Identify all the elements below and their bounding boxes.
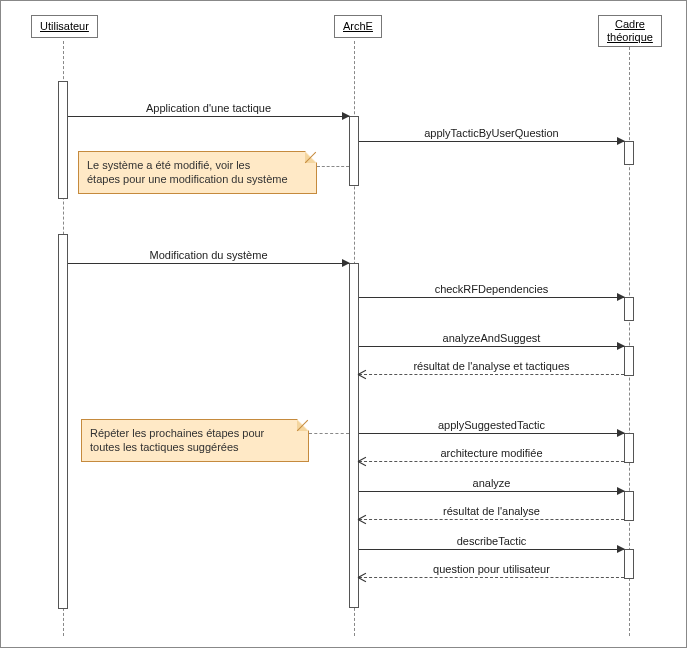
- msg-label: applySuggestedTactic: [359, 419, 624, 431]
- arrow-right-icon: [617, 545, 625, 553]
- msg-label: analyze: [359, 477, 624, 489]
- lifeline-framework: Cadre théorique: [598, 15, 662, 47]
- msg-label: Application d'une tactique: [68, 102, 349, 114]
- activation-arche-2: [349, 263, 359, 608]
- msg-label: question pour utilisateur: [359, 563, 624, 575]
- arrow-right-icon: [342, 112, 350, 120]
- arrow-right-icon: [617, 487, 625, 495]
- lifeline-axis-framework: [629, 47, 630, 636]
- lifeline-arche: ArchE: [334, 15, 382, 38]
- arrow-right-icon: [342, 259, 350, 267]
- note-connector-2: [309, 433, 349, 434]
- activation-framework-3: [624, 346, 634, 376]
- msg-label: analyzeAndSuggest: [359, 332, 624, 344]
- note-system-modified: Le système a été modifié, voir les étape…: [78, 151, 317, 194]
- msg-label: Modification du système: [68, 249, 349, 261]
- sequence-diagram: Utilisateur ArchE Cadre théorique Applic…: [0, 0, 687, 648]
- msg-label: applyTacticByUserQuestion: [359, 127, 624, 139]
- activation-framework-1: [624, 141, 634, 165]
- msg-label: describeTactic: [359, 535, 624, 547]
- activation-framework-6: [624, 549, 634, 579]
- activation-framework-2: [624, 297, 634, 321]
- note-connector-1: [317, 166, 349, 167]
- note-repeat-steps: Répéter les prochaines étapes pour toute…: [81, 419, 309, 462]
- activation-user-2: [58, 234, 68, 609]
- arrow-right-icon: [617, 137, 625, 145]
- activation-arche-1: [349, 116, 359, 186]
- msg-label: checkRFDependencies: [359, 283, 624, 295]
- note-text: Répéter les prochaines étapes pour toute…: [90, 427, 264, 453]
- note-text: Le système a été modifié, voir les étape…: [87, 159, 288, 185]
- arrow-right-icon: [617, 429, 625, 437]
- arrow-right-icon: [617, 342, 625, 350]
- msg-label: résultat de l'analyse: [359, 505, 624, 517]
- lifeline-user: Utilisateur: [31, 15, 98, 38]
- msg-label: architecture modifiée: [359, 447, 624, 459]
- msg-label: résultat de l'analyse et tactiques: [359, 360, 624, 372]
- arrow-right-icon: [617, 293, 625, 301]
- activation-framework-5: [624, 491, 634, 521]
- activation-user-1: [58, 81, 68, 199]
- activation-framework-4: [624, 433, 634, 463]
